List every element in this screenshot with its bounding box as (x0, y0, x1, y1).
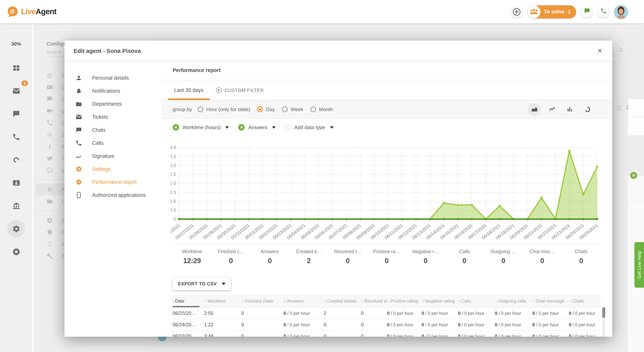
modal-content: Performance report Last 30 daysCUSTOM FI… (161, 60, 612, 337)
group-by-option-week[interactable]: Week (282, 107, 303, 112)
group-by-option-hour[interactable]: Hour (only for table) (197, 107, 250, 112)
sidebar-item-star-circle[interactable] (7, 243, 25, 260)
modal-nav-chats[interactable]: Chats (64, 123, 161, 136)
chat-icon (12, 110, 20, 118)
stat-finishedc: Finished c…0 (212, 244, 250, 273)
table-cell: 0 / 0 per hour (387, 334, 422, 337)
table-scrollbar[interactable] (602, 307, 605, 337)
status-ring-icon (12, 156, 20, 164)
liveagent-logo[interactable]: @ LiveAgent (6, 5, 56, 18)
table-row[interactable]: 06/25/20…2:5500 / 0 per hour200 / 0 per … (172, 307, 601, 319)
chevron-down-icon[interactable] (225, 126, 229, 129)
sidebar-item-status-ring[interactable] (7, 151, 25, 169)
remove-chip-icon[interactable]: ✕ (172, 124, 179, 131)
stat-answers: Answers0 (250, 244, 290, 273)
dashboard-icon (12, 64, 20, 72)
svg-text:1.0: 1.0 (171, 199, 176, 204)
stat-value: 0 (406, 257, 445, 265)
modal-nav-label: Chats (92, 127, 106, 133)
table-row[interactable]: 06/24/20…1:2200 / 0 per hour000 / 0 per … (172, 319, 601, 330)
modal-nav-departments[interactable]: Departments (64, 97, 161, 110)
column-header-label: Date (175, 299, 184, 303)
column-header-date[interactable]: ↓Date (172, 299, 204, 303)
column-header-label: Chats (572, 299, 584, 303)
sidebar-item-chat[interactable] (7, 105, 25, 123)
svg-text:4.0: 4.0 (171, 145, 176, 150)
shield-icon (46, 229, 53, 236)
modal-nav-personal-details[interactable]: Personal details (64, 71, 161, 84)
line-chart-button[interactable] (546, 103, 558, 116)
add-button[interactable] (511, 6, 522, 17)
phone-icon (600, 8, 606, 16)
get-live-help-tab[interactable]: Get Live Help (634, 242, 644, 288)
group-by-label: group by (172, 107, 192, 112)
add-data-type[interactable]: Add data type (285, 125, 334, 130)
chip-label: Add data type (294, 125, 325, 130)
modal-nav-tickets[interactable]: Tickets (64, 110, 161, 123)
chats-button[interactable] (581, 6, 592, 17)
calls-button[interactable] (598, 6, 609, 17)
phone-icon (12, 133, 20, 141)
table-cell: 0 (241, 322, 284, 327)
column-header-outgoing-calls[interactable]: ↑↓Outgoing calls (495, 299, 532, 303)
to-solve-button[interactable]: To solve 1 (527, 5, 576, 18)
data-chip-worktime-hours-[interactable]: ✕Worktime (hours) (172, 124, 229, 131)
column-header-positive-rating[interactable]: ↑↓Positive rating (387, 299, 422, 303)
export-to-csv-button[interactable]: EXPORT TO CSV (172, 278, 231, 290)
data-chip-answers[interactable]: ✕Answers (238, 124, 276, 131)
column-header-chats[interactable]: ↑↓Chats (569, 299, 602, 303)
sidebar-item-phone[interactable] (7, 128, 25, 146)
column-header-finished-chats[interactable]: ↑↓Finished chats (241, 299, 284, 303)
bar-chart-button[interactable] (563, 103, 576, 116)
refresh-icon[interactable] (616, 105, 622, 113)
column-header-negative-rating[interactable]: ↑↓Negative rating (422, 299, 458, 303)
sidebar-item-contact-card[interactable] (7, 174, 25, 191)
stat-chatmes: Chat mes…0 (523, 244, 562, 273)
sidebar-item-dashboard[interactable] (7, 59, 25, 77)
sync-icon (46, 241, 53, 247)
mail-icon (12, 87, 20, 95)
column-header-label: Created tickets (327, 299, 356, 303)
tab-custom-filter[interactable]: CUSTOM FILTER (210, 80, 270, 100)
sidebar-item-mail[interactable]: 2 (7, 82, 25, 100)
modal-nav-calls[interactable]: Calls (64, 136, 161, 149)
plus-icon (513, 8, 520, 15)
column-header-worktime[interactable]: ↑↓Worktime (204, 299, 241, 303)
remove-chip-icon[interactable]: ✕ (238, 124, 245, 131)
close-icon[interactable]: × (594, 45, 605, 56)
chip-label: Worktime (hours) (182, 125, 221, 130)
stat-label: Created ti… (290, 249, 328, 254)
upload-icon[interactable] (624, 105, 630, 113)
sort-icon: ↑↓ (532, 299, 534, 303)
user-avatar[interactable] (614, 5, 628, 18)
group-by-option-day[interactable]: Day (257, 107, 275, 112)
column-header-created-tickets[interactable]: ↑↓Created tickets (324, 299, 361, 303)
modal-nav-authorized-applications[interactable]: Authorized applications (64, 188, 161, 201)
column-header-chat-message[interactable]: ↑↓Chat message (532, 299, 569, 303)
table-row[interactable]: 06/23/20…3:4800 / 0 per hour000 / 0 per … (172, 330, 601, 337)
modal-nav-signature[interactable]: Signature (64, 149, 161, 163)
column-header-resolved-ticke[interactable]: ↑↓Resolved ticke (361, 299, 387, 303)
modal-nav-settings[interactable]: Settings (64, 163, 161, 176)
svg-text:2.5: 2.5 (171, 172, 176, 177)
modal-nav-performance-report[interactable]: Performance report (64, 176, 161, 188)
area-chart-button[interactable] (528, 103, 541, 116)
column-header-calls[interactable]: ↑↓Calls (458, 299, 495, 303)
column-header-label: Negative rating (425, 299, 455, 303)
radio-label: Hour (only for table) (206, 107, 250, 112)
sidebar-item-bank[interactable] (7, 197, 25, 214)
sidebar-item-gear[interactable] (7, 220, 25, 237)
column-header-answers[interactable]: ↑↓Answers (284, 299, 324, 303)
modal-nav-notifications[interactable]: Notifications (64, 84, 161, 97)
table-cell: 1:22 (204, 322, 241, 327)
facebook-icon: f (46, 143, 53, 150)
refresh-icon[interactable] (617, 46, 623, 54)
table-cell: 06/24/20… (172, 322, 204, 327)
svg-text:2.0: 2.0 (171, 181, 176, 186)
tab-last-30-days[interactable]: Last 30 days (168, 80, 210, 100)
group-by-option-month[interactable]: Month (310, 107, 333, 112)
chip-label: Answers (248, 125, 268, 130)
chevron-down-icon[interactable] (272, 126, 276, 129)
chevron-down-icon[interactable] (330, 126, 334, 129)
donut-chart-button[interactable] (581, 103, 594, 116)
